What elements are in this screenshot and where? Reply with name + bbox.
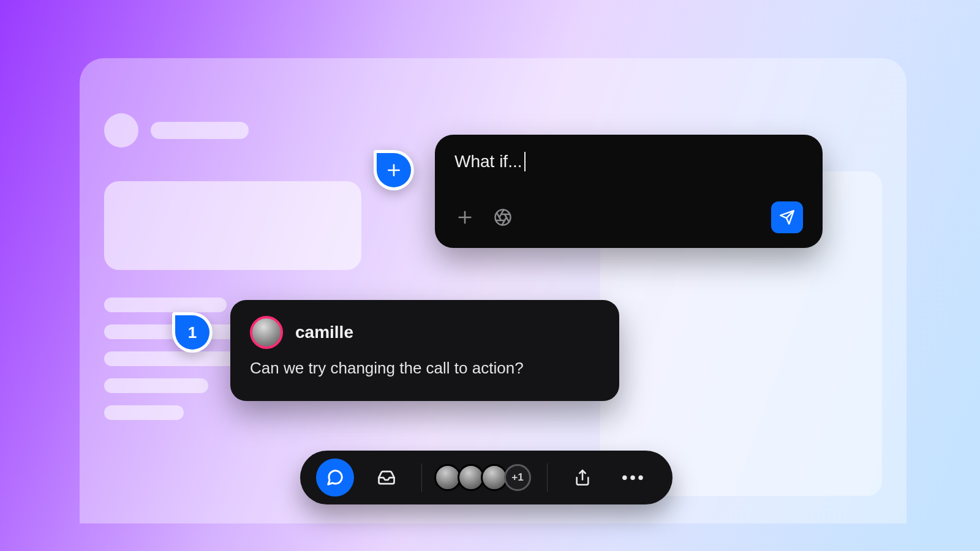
comment-author: camille — [295, 323, 353, 342]
new-comment-pin[interactable] — [374, 150, 414, 190]
aperture-icon — [494, 208, 512, 227]
collaboration-toolbar: +1 ••• — [300, 451, 673, 504]
skeleton-title — [151, 122, 249, 139]
chat-icon — [326, 468, 344, 487]
skeleton-line — [104, 351, 245, 366]
comment-composer[interactable]: What if... — [435, 135, 823, 248]
send-button[interactable] — [771, 201, 803, 233]
presence-overflow-count: +1 — [511, 471, 523, 484]
comment-thread-pin[interactable]: 1 — [172, 312, 213, 353]
add-attachment-button[interactable] — [454, 207, 475, 228]
skeleton-card — [104, 181, 361, 270]
text-caret — [524, 152, 526, 171]
inbox-icon — [377, 468, 396, 487]
skeleton-line — [104, 298, 227, 312]
comment-body: Can we try changing the call to action? — [250, 359, 600, 378]
comment-popover[interactable]: camille Can we try changing the call to … — [230, 300, 619, 401]
send-icon — [779, 209, 795, 225]
more-icon: ••• — [622, 468, 646, 487]
skeleton-line — [104, 378, 208, 393]
composer-draft-text: What if... — [454, 152, 522, 171]
thread-count: 1 — [188, 323, 197, 342]
toolbar-divider — [547, 463, 548, 492]
avatar — [250, 316, 283, 349]
share-icon — [574, 469, 591, 486]
inbox-button[interactable] — [368, 459, 405, 497]
skeleton-avatar — [104, 113, 138, 148]
toolbar-divider — [421, 463, 422, 492]
comments-mode-button[interactable] — [316, 459, 354, 497]
composer-actions — [454, 201, 803, 233]
skeleton-line — [104, 405, 184, 420]
composer-input[interactable]: What if... — [454, 152, 803, 171]
presence-avatars[interactable]: +1 — [438, 464, 531, 491]
comment-header: camille — [250, 316, 600, 349]
plus-icon — [456, 209, 473, 226]
screenshot-button[interactable] — [492, 207, 513, 228]
more-button[interactable]: ••• — [615, 459, 653, 497]
presence-overflow[interactable]: +1 — [504, 464, 531, 491]
plus-icon — [386, 162, 402, 178]
share-button[interactable] — [564, 459, 601, 497]
